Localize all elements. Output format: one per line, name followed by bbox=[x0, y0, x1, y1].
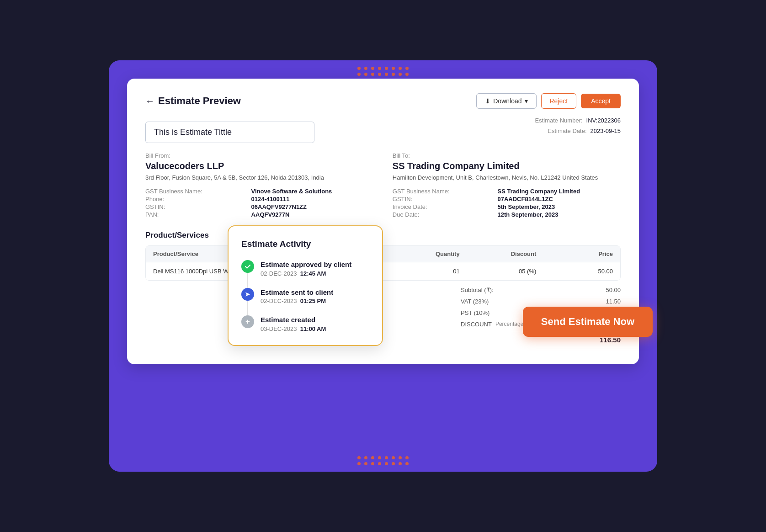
vat-label: VAT (23%) bbox=[461, 298, 489, 305]
download-icon: ⬇ bbox=[485, 97, 490, 105]
bill-from: Bill From: Valucecoders LLP 3rd Floor, F… bbox=[145, 152, 373, 218]
activity-popup: Estimate Activity Estimate approved by c… bbox=[228, 225, 383, 346]
approved-icon bbox=[241, 260, 254, 273]
bill-from-address: 3rd Floor, Fusion Square, 5A & 5B, Secto… bbox=[145, 173, 373, 182]
pan-label: PAN: bbox=[145, 211, 244, 218]
pst-label: PST (10%) bbox=[461, 309, 489, 316]
activity-title: Estimate Activity bbox=[241, 239, 369, 249]
col-price: Price bbox=[536, 250, 613, 257]
activity-approved-event: Estimate approved by client bbox=[261, 260, 369, 269]
back-button[interactable]: ← Estimate Preview bbox=[145, 95, 241, 107]
to-gst-name-label: GST Business Name: bbox=[393, 188, 490, 195]
gstin-value: 06AAQFV9277N1ZZ bbox=[251, 203, 374, 210]
dots-top-decoration bbox=[357, 67, 409, 76]
dropdown-arrow-icon: ▾ bbox=[525, 97, 528, 105]
created-icon bbox=[241, 315, 254, 328]
to-gstin-label: GSTIN: bbox=[393, 196, 490, 202]
page-header: ← Estimate Preview ⬇ Download ▾ Reject A… bbox=[145, 93, 621, 109]
reject-button[interactable]: Reject bbox=[541, 93, 577, 109]
due-date-label: Due Date: bbox=[393, 211, 490, 218]
estimate-date-value: 2023-09-15 bbox=[590, 126, 621, 136]
phone-label: Phone: bbox=[145, 196, 244, 202]
page-title: Estimate Preview bbox=[158, 95, 241, 107]
outer-container: ← Estimate Preview ⬇ Download ▾ Reject A… bbox=[109, 60, 657, 472]
discount-label: DISCOUNT bbox=[461, 321, 492, 328]
activity-approved-content: Estimate approved by client 02-DEC-2023 … bbox=[261, 260, 369, 277]
table-header: Product/Service Unit Cost Quantity Disco… bbox=[146, 246, 620, 262]
activity-item-created: Estimate created 03-DEC-2023 11:00 AM bbox=[241, 315, 369, 332]
to-gst-name-value: SS Trading Company Limited bbox=[498, 188, 621, 195]
bill-from-label: Bill From: bbox=[145, 152, 373, 159]
total-value: 116.50 bbox=[600, 336, 621, 344]
main-card: ← Estimate Preview ⬇ Download ▾ Reject A… bbox=[127, 79, 639, 364]
bill-to: Bill To: SS Trading Company Limited Hami… bbox=[393, 152, 621, 218]
estimate-number-label: Estimate Number: bbox=[535, 115, 583, 126]
activity-sent-content: Estimate sent to client 02-DEC-2023 01:2… bbox=[261, 288, 369, 305]
download-button[interactable]: ⬇ Download ▾ bbox=[476, 93, 536, 109]
due-date-value: 12th September, 2023 bbox=[498, 211, 621, 218]
activity-item-sent: Estimate sent to client 02-DEC-2023 01:2… bbox=[241, 288, 369, 316]
invoice-date-label: Invoice Date: bbox=[393, 203, 490, 210]
bill-from-details: GST Business Name: Vinove Software & Sol… bbox=[145, 188, 373, 218]
activity-sent-event: Estimate sent to client bbox=[261, 288, 369, 297]
product-quantity: 01 bbox=[383, 268, 460, 275]
phone-value: 0124-4100111 bbox=[251, 196, 374, 202]
activity-item-approved: Estimate approved by client 02-DEC-2023 … bbox=[241, 260, 369, 288]
subtotal-row: Subtotal (₹): 50.00 bbox=[461, 284, 621, 296]
estimate-number-value: INV:2022306 bbox=[586, 115, 621, 126]
bill-to-details: GST Business Name: SS Trading Company Li… bbox=[393, 188, 621, 218]
header-actions: ⬇ Download ▾ Reject Accept bbox=[476, 93, 621, 109]
estimate-title-box: This is Estimate Tittle bbox=[145, 122, 314, 143]
bill-from-company: Valucecoders LLP bbox=[145, 161, 373, 171]
bill-to-label: Bill To: bbox=[393, 152, 621, 159]
bill-to-company: SS Trading Company Limited bbox=[393, 161, 621, 171]
activity-approved-time: 02-DEC-2023 12:45 AM bbox=[261, 270, 369, 277]
products-table: Product/Service Unit Cost Quantity Disco… bbox=[145, 245, 621, 281]
send-estimate-button[interactable]: Send Estimate Now bbox=[523, 307, 653, 337]
estimate-meta: Estimate Number: INV:2022306 Estimate Da… bbox=[535, 115, 621, 137]
table-row: Dell MS116 1000Dpi USB Wired Opt... 05 0… bbox=[146, 262, 620, 280]
bill-to-address: Hamilton Development, Unit B, Charlestow… bbox=[393, 173, 621, 182]
activity-created-content: Estimate created 03-DEC-2023 11:00 AM bbox=[261, 315, 369, 332]
activity-created-event: Estimate created bbox=[261, 315, 369, 325]
activity-list: Estimate approved by client 02-DEC-2023 … bbox=[241, 260, 369, 332]
gst-name-label: GST Business Name: bbox=[145, 188, 244, 195]
invoice-date-value: 5th September, 2023 bbox=[498, 203, 621, 210]
subtotal-label: Subtotal (₹): bbox=[461, 287, 494, 293]
to-gstin-value: 07AADCF8144L1ZC bbox=[498, 196, 621, 202]
product-discount: 05 (%) bbox=[460, 268, 537, 275]
vat-row: VAT (23%) 11.50 bbox=[461, 296, 621, 307]
sent-icon bbox=[241, 288, 254, 301]
subtotal-value: 50.00 bbox=[606, 287, 621, 293]
gst-name-value: Vinove Software & Solutions bbox=[251, 188, 374, 195]
activity-line bbox=[247, 273, 248, 288]
gstin-label: GSTIN: bbox=[145, 203, 244, 210]
vat-value: 11.50 bbox=[606, 298, 621, 305]
accept-button[interactable]: Accept bbox=[581, 94, 621, 108]
products-section-title: Product/Services bbox=[145, 231, 621, 240]
col-quantity: Quantity bbox=[383, 250, 460, 257]
dots-bottom-decoration bbox=[357, 456, 409, 465]
activity-created-time: 03-DEC-2023 11:00 AM bbox=[261, 325, 369, 332]
activity-sent-time: 02-DEC-2023 01:25 PM bbox=[261, 298, 369, 304]
col-discount: Discount bbox=[460, 250, 537, 257]
activity-line-2 bbox=[247, 301, 248, 316]
estimate-date-label: Estimate Date: bbox=[548, 126, 586, 136]
pan-value: AAQFV9277N bbox=[251, 211, 374, 218]
product-price: 50.00 bbox=[536, 268, 613, 275]
back-arrow-icon: ← bbox=[145, 96, 154, 106]
bill-section: Bill From: Valucecoders LLP 3rd Floor, F… bbox=[145, 152, 621, 218]
